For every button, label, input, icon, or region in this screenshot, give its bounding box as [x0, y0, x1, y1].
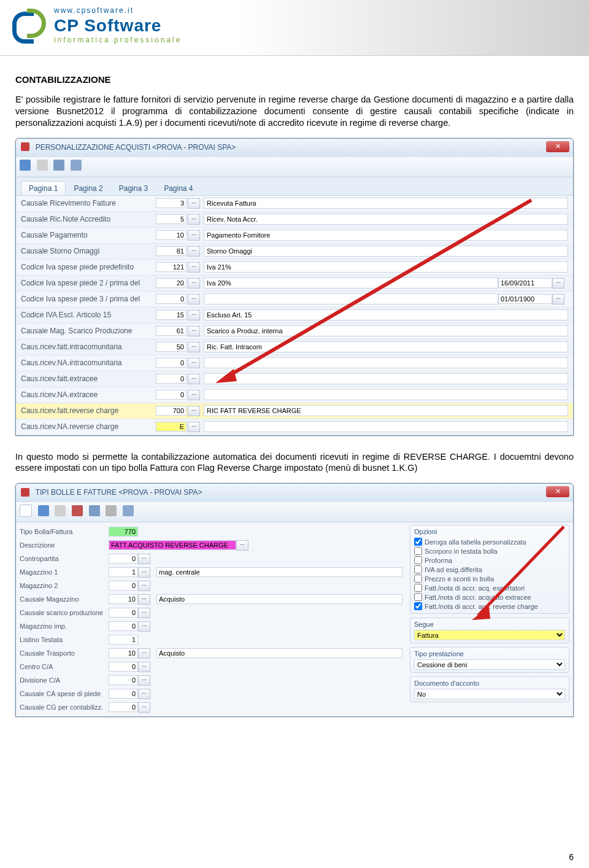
lookup-button[interactable]: ··· [138, 567, 150, 578]
checkbox-input[interactable] [414, 538, 422, 546]
lookup-button[interactable]: ··· [188, 246, 200, 257]
value-input[interactable] [109, 608, 138, 618]
desc-input[interactable] [156, 567, 402, 577]
code-input[interactable] [156, 390, 187, 400]
lookup-button[interactable]: ··· [138, 648, 150, 659]
desc-input[interactable] [204, 246, 568, 257]
desc-input[interactable] [204, 214, 568, 225]
lookup-button[interactable]: ··· [188, 198, 200, 209]
date-input[interactable] [498, 278, 552, 288]
option-checkbox[interactable]: Proforma [414, 556, 565, 565]
lookup-button[interactable]: ··· [188, 342, 200, 352]
lookup-button[interactable]: ··· [188, 294, 200, 304]
option-checkbox[interactable]: Prezzo e sconti in bolla [414, 574, 565, 583]
value-input[interactable] [109, 689, 138, 699]
help-icon[interactable] [71, 160, 82, 171]
code-input[interactable] [156, 246, 187, 256]
lookup-button[interactable]: ··· [138, 608, 150, 618]
value-input[interactable] [109, 554, 138, 564]
checkbox-input[interactable] [414, 575, 422, 583]
close-button[interactable]: ✕ [546, 486, 569, 497]
desc-input[interactable] [204, 341, 568, 352]
desc-input[interactable] [204, 405, 568, 416]
value-input[interactable] [109, 648, 138, 658]
value-input[interactable] [109, 662, 138, 672]
tab-pagina-3[interactable]: Pagina 3 [111, 181, 156, 195]
value-input[interactable] [109, 635, 138, 645]
code-input[interactable] [156, 198, 187, 208]
code-input[interactable] [156, 326, 187, 336]
value-input[interactable] [109, 675, 138, 685]
code-input[interactable] [156, 406, 187, 416]
find-icon[interactable] [53, 160, 64, 171]
option-checkbox[interactable]: IVA ad esig.differita [414, 565, 565, 574]
desc-input[interactable] [204, 373, 568, 384]
desc-input[interactable] [204, 357, 568, 368]
lookup-button[interactable]: ··· [188, 374, 200, 384]
checkbox-input[interactable] [414, 547, 422, 555]
checkbox-input[interactable] [414, 556, 422, 564]
lookup-button[interactable]: ··· [188, 358, 200, 368]
docacconto-select[interactable]: No [414, 689, 565, 699]
checkbox-input[interactable] [414, 602, 422, 610]
lookup-button[interactable]: ··· [138, 581, 150, 591]
desc-input[interactable] [204, 421, 568, 432]
delete-icon[interactable] [72, 505, 83, 516]
segue-select[interactable]: Fattura [414, 630, 565, 640]
lookup-button[interactable]: ··· [188, 214, 200, 225]
lookup-button[interactable]: ··· [188, 310, 200, 320]
print-icon[interactable] [106, 505, 117, 516]
desc-input[interactable] [204, 389, 568, 400]
find-icon[interactable] [89, 505, 100, 516]
undo-icon[interactable] [55, 505, 66, 516]
checkbox-input[interactable] [414, 565, 422, 573]
lookup-button[interactable]: ··· [138, 621, 150, 632]
tab-pagina-4[interactable]: Pagina 4 [156, 181, 201, 195]
desc-input[interactable] [204, 325, 568, 336]
value-input[interactable] [109, 527, 138, 537]
desc-input[interactable] [204, 230, 568, 241]
desc-input[interactable] [204, 262, 568, 273]
prestazione-select[interactable]: Cessione di beni [414, 659, 565, 670]
date-input[interactable] [498, 294, 552, 304]
lookup-button[interactable]: ··· [188, 278, 200, 289]
lookup-button[interactable]: ··· [138, 702, 150, 713]
desc-input[interactable] [156, 648, 402, 658]
desc-input[interactable] [204, 293, 498, 304]
code-input[interactable] [156, 278, 187, 288]
save-icon[interactable] [20, 160, 31, 171]
lookup-button[interactable]: ··· [138, 675, 150, 686]
value-input[interactable] [109, 621, 138, 631]
code-input[interactable] [156, 294, 187, 304]
undo-icon[interactable] [37, 160, 48, 171]
date-picker-button[interactable]: ··· [552, 294, 564, 304]
value-input[interactable] [109, 540, 236, 550]
desc-input[interactable] [204, 198, 568, 209]
option-checkbox[interactable]: Scorporo in testata bolla [414, 546, 565, 556]
code-input[interactable] [156, 342, 187, 352]
lookup-button[interactable]: ··· [138, 689, 150, 699]
checkbox-input[interactable] [414, 593, 422, 601]
help-icon[interactable] [123, 505, 134, 516]
lookup-button[interactable]: ··· [188, 390, 200, 400]
checkbox-input[interactable] [414, 584, 422, 592]
lookup-button[interactable]: ··· [138, 662, 150, 672]
value-input[interactable] [109, 594, 138, 604]
close-button[interactable]: ✕ [546, 141, 569, 152]
code-input[interactable] [156, 262, 187, 272]
lookup-button[interactable]: ··· [138, 594, 150, 605]
lookup-button[interactable]: ··· [138, 554, 150, 564]
lookup-button[interactable]: ··· [188, 422, 200, 432]
desc-input[interactable] [156, 594, 402, 604]
desc-input[interactable] [204, 309, 568, 320]
code-input[interactable] [156, 310, 187, 320]
desc-input[interactable] [204, 277, 498, 289]
value-input[interactable] [109, 567, 138, 577]
option-checkbox[interactable]: Deroga alla tabella personalizzata [414, 537, 565, 546]
tab-pagina-2[interactable]: Pagina 2 [66, 181, 110, 195]
lookup-button[interactable]: ··· [236, 540, 248, 551]
option-checkbox[interactable]: Fatt./nota di accr. acquisto extracee [414, 592, 565, 602]
code-input[interactable] [156, 422, 187, 432]
value-input[interactable] [109, 581, 138, 591]
tab-pagina-1[interactable]: Pagina 1 [21, 181, 66, 195]
